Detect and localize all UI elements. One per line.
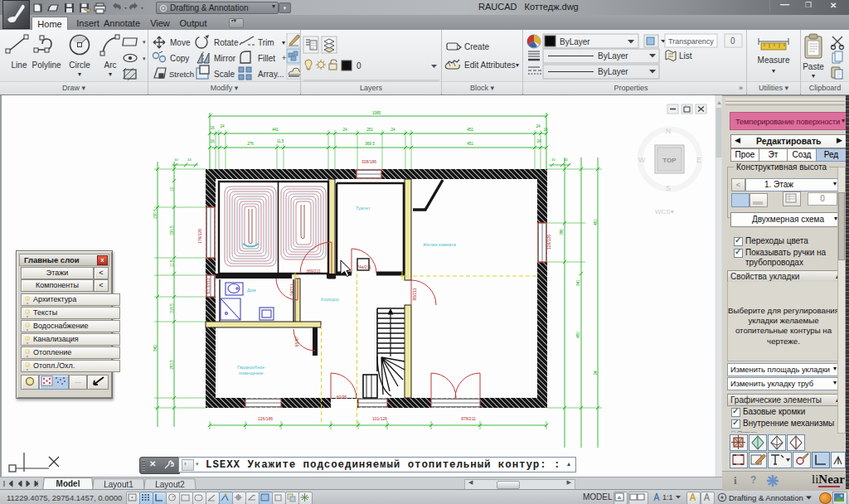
svg-text:878/211: 878/211 [461, 416, 476, 421]
svg-text:Туалет: Туалет [356, 206, 371, 211]
svg-text:450: 450 [576, 332, 580, 338]
svg-text:10: 10 [170, 187, 174, 191]
svg-text:88/211: 88/211 [412, 288, 417, 300]
svg-text:ByLayer: ByLayer [560, 37, 590, 46]
svg-text:101/126: 101/126 [372, 416, 387, 421]
svg-text:+: + [282, 54, 286, 62]
svg-text:126/126: 126/126 [546, 235, 551, 250]
svg-text:451: 451 [467, 142, 473, 146]
svg-text:11,5: 11,5 [170, 259, 174, 267]
svg-text:24: 24 [536, 139, 541, 143]
svg-text:24: 24 [564, 158, 568, 162]
svg-text:176/126: 176/126 [197, 229, 202, 244]
svg-text:▾: ▾ [812, 72, 815, 80]
svg-text:WCS▾: WCS▾ [655, 208, 674, 216]
svg-text:Polyline: Polyline [32, 61, 61, 70]
svg-text:Stretch: Stretch [169, 70, 194, 79]
svg-text:60/95: 60/95 [337, 395, 347, 400]
svg-text:74/211: 74/211 [289, 284, 294, 296]
svg-text:126/186: 126/186 [258, 416, 273, 421]
svg-text:Коридор: Коридор [321, 297, 339, 302]
svg-text:369/211: 369/211 [306, 269, 321, 274]
svg-text:386: 386 [560, 229, 564, 235]
svg-text:1085: 1085 [372, 111, 381, 115]
svg-text:W: W [638, 156, 646, 164]
svg-text:ByLayer: ByLayer [598, 51, 628, 61]
svg-text:0: 0 [730, 36, 735, 46]
svg-text:▾: ▾ [143, 39, 146, 45]
svg-text:▾: ▾ [109, 70, 112, 78]
svg-text:Trim: Trim [258, 38, 274, 47]
svg-text:849: 849 [153, 345, 158, 351]
svg-text:Drafting & Annotation: Drafting & Annotation [729, 493, 803, 502]
svg-text:Circle: Circle [69, 61, 90, 70]
svg-text:441: 441 [272, 128, 279, 132]
svg-text:24: 24 [220, 124, 225, 128]
svg-text:253,5: 253,5 [170, 360, 174, 370]
svg-text:251: 251 [366, 128, 373, 132]
svg-text:Mirror: Mirror [214, 54, 236, 63]
svg-text:Move: Move [170, 38, 191, 47]
svg-text:10: 10 [174, 158, 178, 162]
svg-text:24: 24 [342, 128, 347, 132]
svg-text:1:1: 1:1 [662, 493, 673, 502]
svg-text:276: 276 [247, 142, 254, 146]
svg-text:Line: Line [12, 61, 27, 70]
svg-text:помещение: помещение [239, 371, 264, 376]
svg-text:Жилая комната: Жилая комната [423, 242, 457, 247]
svg-text:N: N [666, 127, 672, 135]
svg-text:Copy: Copy [170, 54, 189, 63]
svg-text:10: 10 [551, 158, 555, 162]
svg-text:▾: ▾ [772, 67, 775, 75]
svg-text:Гардеробное: Гардеробное [237, 365, 264, 370]
svg-text:S: S [666, 184, 671, 192]
svg-text:ByLayer: ByLayer [598, 67, 628, 76]
svg-text:330,5: 330,5 [170, 225, 174, 235]
svg-text:Edit Attributes: Edit Attributes [464, 61, 516, 70]
svg-text:E: E [696, 156, 701, 164]
svg-text:11,5: 11,5 [277, 139, 284, 143]
svg-text:16: 16 [210, 126, 215, 130]
svg-text:65/97: 65/97 [294, 337, 299, 347]
svg-text:0: 0 [357, 61, 361, 70]
svg-text:▾: ▾ [78, 70, 81, 78]
svg-text:451: 451 [594, 219, 598, 225]
svg-text:Array...: Array... [258, 70, 284, 79]
svg-text:Scale: Scale [214, 70, 235, 79]
svg-text:24: 24 [536, 124, 541, 128]
svg-text:Transparency: Transparency [668, 37, 714, 46]
svg-text:841: 841 [576, 279, 580, 286]
svg-text:TOP: TOP [662, 157, 677, 164]
svg-text:Arc: Arc [104, 61, 117, 70]
svg-text:24: 24 [391, 128, 395, 132]
svg-text:24: 24 [187, 158, 192, 162]
svg-text:▾: ▾ [282, 39, 285, 46]
svg-text:Дом: Дом [247, 288, 256, 293]
svg-text:369,5: 369,5 [365, 142, 375, 146]
svg-text:Rotate: Rotate [214, 38, 239, 47]
svg-text:Measure: Measure [758, 56, 790, 65]
svg-text:451: 451 [467, 128, 473, 132]
svg-text:16: 16 [543, 128, 548, 132]
svg-text:▾: ▾ [143, 56, 146, 61]
svg-text:Fillet: Fillet [258, 54, 275, 63]
svg-text:308/186: 308/186 [361, 159, 376, 164]
svg-text:▾: ▾ [516, 61, 519, 69]
svg-text:List: List [679, 51, 692, 61]
svg-text:63,3/311: 63,3/311 [206, 278, 211, 293]
svg-text:24: 24 [594, 371, 598, 376]
svg-text:318,5: 318,5 [170, 303, 174, 313]
svg-text:230,5: 230,5 [153, 209, 158, 219]
svg-text:Paste: Paste [803, 62, 824, 71]
svg-text:16: 16 [210, 139, 215, 143]
svg-text:Create: Create [464, 42, 489, 51]
svg-text:74а/211: 74а/211 [357, 264, 371, 269]
